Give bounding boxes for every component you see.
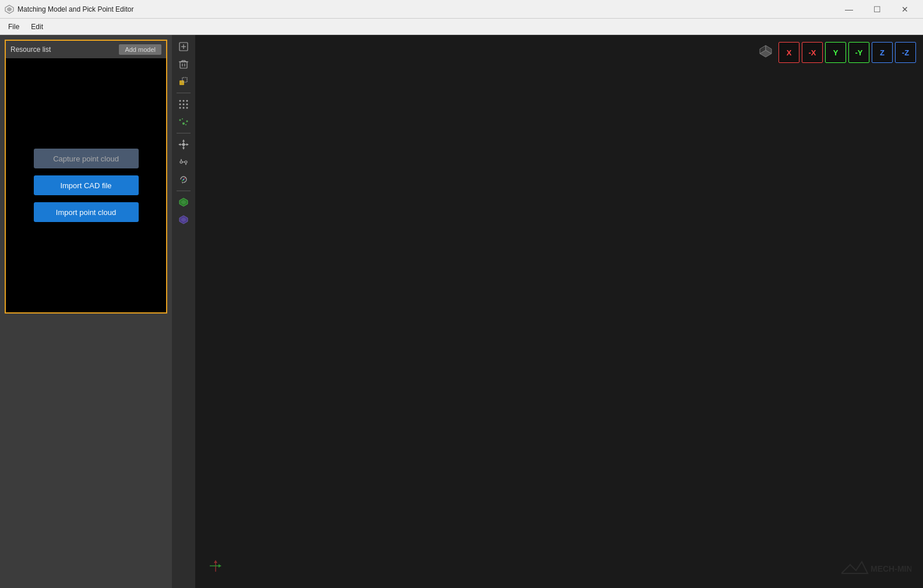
view-controls: X -X Y -Y Z -Z	[755, 42, 916, 63]
svg-line-45	[182, 179, 184, 181]
minimize-button[interactable]: —	[836, 0, 862, 19]
x-neg-view-button[interactable]: -X	[802, 42, 823, 63]
viewport[interactable]: X -X Y -Y Z -Z MECH-MIND	[195, 35, 923, 588]
green-hex-tool-button[interactable]	[174, 194, 193, 210]
rotate-tool-button[interactable]	[174, 171, 193, 188]
left-panel: Resource list Add model Capture point cl…	[0, 35, 172, 588]
titlebar: Matching Model and Pick Point Editor — ☐…	[0, 0, 923, 19]
svg-point-30	[182, 143, 185, 146]
restore-button[interactable]: ☐	[864, 0, 890, 19]
svg-marker-56	[219, 564, 221, 568]
app-icon	[5, 5, 14, 14]
y-pos-view-button[interactable]: Y	[825, 42, 846, 63]
resource-list-title: Resource list	[10, 45, 51, 54]
resource-panel: Resource list Add model Capture point cl…	[5, 40, 167, 314]
svg-point-35	[180, 161, 182, 163]
svg-point-27	[185, 124, 186, 125]
svg-point-24	[179, 119, 181, 121]
add-point-tool-button[interactable]	[174, 38, 193, 55]
watermark: MECH-MIND	[841, 559, 911, 576]
svg-marker-34	[186, 143, 189, 146]
svg-marker-57	[841, 562, 868, 573]
add-model-button[interactable]: Add model	[119, 44, 161, 55]
svg-rect-5	[180, 62, 187, 68]
constraint-tool-button[interactable]	[174, 154, 193, 170]
svg-point-18	[183, 104, 185, 105]
svg-point-15	[183, 100, 185, 102]
svg-point-39	[185, 164, 186, 165]
import-point-cloud-button[interactable]: Import point cloud	[34, 202, 139, 222]
menu-edit[interactable]: Edit	[25, 20, 49, 33]
titlebar-title: Matching Model and Pick Point Editor	[17, 5, 133, 13]
svg-point-16	[186, 100, 188, 102]
y-neg-view-button[interactable]: -Y	[848, 42, 869, 63]
svg-point-17	[179, 104, 181, 105]
svg-point-14	[179, 100, 181, 102]
resource-content: Capture point cloud Import CAD file Impo…	[6, 58, 166, 312]
titlebar-controls: — ☐ ✕	[836, 0, 918, 19]
import-cad-file-button[interactable]: Import CAD file	[34, 175, 139, 195]
svg-marker-33	[178, 143, 181, 146]
svg-line-44	[184, 178, 185, 179]
dark-hex-tool-button[interactable]	[174, 212, 193, 228]
close-button[interactable]: ✕	[892, 0, 918, 19]
transform-tool-button[interactable]	[174, 136, 193, 153]
coord-indicator	[207, 557, 224, 576]
svg-point-20	[179, 107, 181, 109]
view-cube-button[interactable]	[755, 42, 776, 63]
menu-file[interactable]: File	[2, 20, 25, 33]
toolbar-divider-3	[177, 191, 191, 191]
single-point-tool-button[interactable]	[174, 114, 193, 130]
z-pos-view-button[interactable]: Z	[872, 42, 893, 63]
toolbar-divider-1	[177, 93, 191, 93]
point-scatter-tool-button[interactable]	[174, 96, 193, 112]
capture-point-cloud-button[interactable]: Capture point cloud	[34, 149, 139, 168]
svg-point-19	[186, 104, 188, 105]
svg-point-21	[183, 107, 185, 109]
delete-tool-button[interactable]	[174, 56, 193, 72]
main-layout: Resource list Add model Capture point cl…	[0, 35, 923, 588]
svg-rect-12	[179, 80, 184, 85]
z-neg-view-button[interactable]: -Z	[895, 42, 916, 63]
svg-marker-31	[182, 139, 185, 142]
svg-point-38	[181, 159, 182, 160]
resource-header: Resource list Add model	[6, 41, 166, 58]
toolbar	[172, 35, 195, 588]
toolbar-divider-2	[177, 133, 191, 133]
svg-marker-32	[182, 147, 185, 150]
svg-point-22	[186, 107, 188, 109]
svg-point-26	[182, 118, 183, 119]
svg-point-36	[185, 161, 187, 163]
svg-point-25	[186, 121, 188, 122]
x-pos-view-button[interactable]: X	[778, 42, 799, 63]
menubar: File Edit	[0, 19, 923, 35]
svg-text:MECH-MIND: MECH-MIND	[871, 564, 911, 573]
move-tool-button[interactable]	[174, 73, 193, 90]
titlebar-left: Matching Model and Pick Point Editor	[5, 5, 133, 14]
svg-marker-1	[7, 7, 12, 12]
svg-marker-42	[182, 182, 184, 184]
svg-point-23	[182, 122, 185, 125]
svg-marker-54	[214, 560, 217, 563]
